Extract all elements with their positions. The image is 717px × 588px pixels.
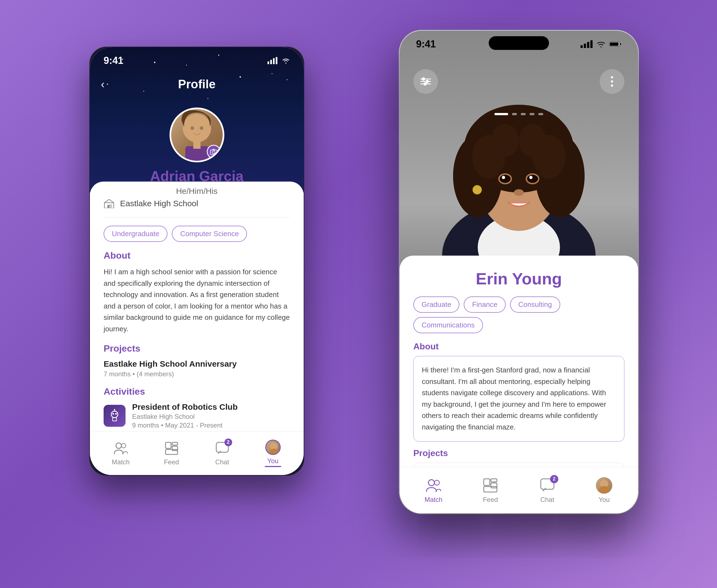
svg-point-69 [434, 480, 439, 485]
feed-nav-icon [164, 441, 179, 456]
user-name: Adrian Garcia [150, 168, 243, 184]
svg-point-53 [500, 175, 510, 183]
svg-rect-24 [166, 442, 171, 448]
activity-item-1: President of Robotics Club Eastlake High… [104, 402, 290, 429]
svg-rect-32 [584, 44, 586, 48]
user-avatar[interactable] [169, 107, 224, 162]
you-avatar-illustration [266, 440, 281, 455]
people-icon [114, 441, 128, 456]
svg-point-76 [599, 486, 610, 493]
front-tags-row: Graduate Finance Consulting Communicatio… [413, 296, 624, 333]
svg-point-14 [111, 411, 118, 418]
front-time: 9:41 [416, 38, 436, 50]
chat-nav-label: Chat [215, 458, 229, 466]
nav-feed[interactable]: Feed [146, 441, 197, 466]
svg-point-54 [527, 175, 538, 183]
tag-finance: Finance [464, 296, 506, 313]
front-nav-match[interactable]: Match [405, 477, 462, 504]
svg-rect-70 [484, 479, 490, 485]
svg-rect-12 [107, 205, 109, 208]
nav-chat[interactable]: 2 Chat [197, 441, 247, 466]
front-you-label: You [599, 496, 610, 504]
nav-you[interactable]: You [247, 440, 298, 467]
school-icon [104, 198, 114, 209]
star [271, 73, 273, 74]
front-chat-label: Chat [540, 496, 554, 504]
front-projects-title: Projects [413, 448, 624, 458]
wifi-icon [282, 58, 290, 64]
phones-container: 9:41 ‹ Pr [57, 20, 660, 568]
svg-point-65 [611, 76, 613, 79]
tag-consulting: Consulting [510, 296, 560, 313]
svg-rect-73 [484, 486, 497, 492]
nav-match[interactable]: Match [95, 441, 146, 466]
dot-5 [538, 113, 543, 115]
svg-rect-15 [113, 418, 116, 421]
activities-section-title: Activities [104, 386, 290, 397]
svg-rect-26 [172, 446, 178, 450]
svg-point-50 [519, 124, 546, 157]
dot-3 [521, 113, 526, 115]
front-phone-screen: 9:41 [399, 31, 638, 513]
camera-badge[interactable] [207, 145, 220, 159]
camera-icon [210, 149, 217, 155]
front-content: Erin Young Graduate Finance Consulting C… [399, 256, 638, 467]
svg-rect-1 [270, 60, 272, 64]
svg-rect-34 [590, 40, 592, 48]
svg-point-17 [115, 413, 117, 415]
you-avatar [265, 440, 281, 455]
chat-nav-icon: 2 [215, 441, 230, 456]
wifi-icon-front [596, 41, 606, 47]
match-nav-label: Match [112, 458, 130, 466]
svg-rect-0 [267, 61, 269, 64]
sliders-icon [420, 77, 432, 86]
progress-dots [495, 113, 543, 115]
more-options-button[interactable] [600, 69, 624, 94]
svg-point-19 [114, 409, 115, 410]
robotics-icon [108, 409, 122, 423]
svg-rect-31 [581, 45, 583, 48]
svg-point-62 [422, 77, 425, 81]
svg-rect-8 [193, 141, 200, 149]
front-feed-label: Feed [483, 496, 498, 504]
front-about-title: About [413, 341, 624, 352]
profile-title: Profile [178, 77, 216, 91]
front-you-avatar [596, 477, 612, 493]
match-nav-icon [113, 441, 129, 456]
projects-section-title: Projects [104, 343, 290, 354]
user-pronouns: He/Him/His [176, 187, 218, 196]
svg-point-16 [112, 413, 114, 415]
project-name: Eastlake High School Anniversary [104, 359, 290, 369]
front-nav-you[interactable]: You [576, 477, 633, 504]
erin-name: Erin Young [413, 269, 624, 288]
feed-icon [165, 441, 179, 456]
activity-org-1: Eastlake High School [132, 413, 238, 420]
about-text: Hi! I am a high school senior with a pas… [104, 266, 290, 335]
front-phone: 9:41 [399, 31, 638, 513]
front-you-avatar-svg [596, 477, 612, 493]
dynamic-island [489, 36, 549, 50]
back-button[interactable]: ‹ [101, 78, 104, 90]
activity-icon-1 [104, 405, 126, 427]
front-nav-feed[interactable]: Feed [462, 477, 519, 504]
feed-nav-label: Feed [164, 458, 179, 466]
back-content: Eastlake High School Undergraduate Compu… [90, 182, 304, 431]
front-project-box: Portfolio Management Simulation 4 months… [413, 463, 624, 467]
front-nav-chat[interactable]: 2 Chat [519, 477, 576, 504]
signal-icon [267, 57, 277, 64]
filter-button[interactable] [413, 69, 438, 94]
front-status-icons [581, 40, 622, 48]
back-bottom-nav: Match Feed [90, 431, 304, 475]
svg-point-67 [611, 84, 613, 87]
dot-1 [495, 113, 508, 115]
svg-point-4 [182, 114, 211, 142]
tag-undergraduate: Undergraduate [104, 226, 168, 242]
tags-row: Undergraduate Computer Science [104, 226, 290, 242]
svg-point-6 [199, 126, 203, 130]
front-chat-badge: 2 [550, 475, 558, 483]
svg-point-55 [502, 176, 505, 179]
svg-rect-3 [276, 57, 277, 64]
svg-rect-2 [273, 58, 275, 64]
front-bottom-nav: Match Feed [399, 467, 638, 513]
svg-rect-72 [491, 483, 497, 488]
